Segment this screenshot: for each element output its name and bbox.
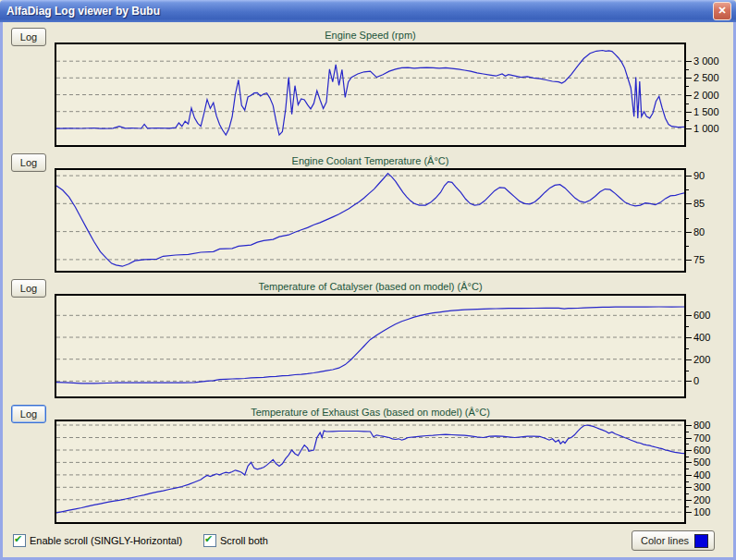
y-minor-tick (686, 493, 689, 494)
y-tick-label: 700 (693, 432, 710, 444)
y-tick-label: 85 (693, 198, 705, 209)
close-button[interactable]: ✕ (713, 2, 731, 20)
scroll-both-label: Scroll both (220, 535, 268, 546)
y-tick-mark (686, 232, 692, 233)
chart-title: Temperature of Catalyser (based on model… (55, 281, 686, 292)
y-tick-label: 400 (693, 332, 710, 343)
series-line (56, 307, 684, 383)
y-minor-tick (686, 218, 689, 219)
window-border-left (0, 22, 3, 560)
log-button-coolant-temp[interactable]: Log (11, 153, 46, 172)
chart-title: Temperature of Exhaust Gas (based on mod… (55, 407, 686, 418)
scroll-both-checkbox[interactable] (203, 534, 216, 547)
y-axis: 100200300400500600700800 (686, 420, 734, 524)
y-tick-mark (686, 475, 692, 476)
y-tick-mark (686, 176, 692, 177)
y-axis: 0200400600 (686, 294, 734, 398)
y-tick-mark (686, 95, 692, 96)
chart-panel-catalyser-temp: Log Temperature of Catalyser (based on m… (0, 278, 736, 404)
y-tick-label: 80 (693, 226, 705, 237)
chart-frame[interactable] (55, 168, 686, 273)
y-tick-label: 300 (693, 481, 710, 493)
y-tick-mark (686, 512, 692, 513)
log-button-exhaust-temp[interactable]: Log (11, 405, 46, 423)
y-tick-label: 600 (693, 310, 710, 321)
y-tick-mark (686, 359, 692, 360)
y-minor-tick (686, 506, 689, 507)
y-tick-label: 1 000 (693, 123, 719, 134)
y-axis: 1 0001 5002 0002 5003 000 (686, 43, 734, 147)
y-tick-mark (686, 315, 692, 316)
y-axis: 75808590 (686, 168, 734, 273)
y-minor-tick (686, 469, 689, 469)
y-tick-label: 0 (693, 375, 699, 386)
series-line (56, 51, 684, 136)
y-tick-mark (686, 203, 692, 204)
enable-scroll-checkbox[interactable] (13, 534, 26, 547)
log-button-engine-speed[interactable]: Log (11, 28, 46, 46)
y-tick-mark (686, 128, 692, 129)
window-title: AlfaDiag Log viewer by Bubu (0, 5, 713, 18)
close-icon: ✕ (718, 5, 726, 16)
y-tick-mark (686, 61, 692, 62)
log-button-catalyser-temp[interactable]: Log (11, 279, 46, 298)
y-minor-tick (686, 371, 689, 371)
chart-frame[interactable] (55, 43, 686, 147)
y-tick-label: 200 (693, 354, 710, 365)
chart-canvas[interactable] (56, 296, 684, 396)
y-minor-tick (686, 69, 689, 70)
enable-scroll-label: Enable scroll (SINGLY-Horizontal) (30, 535, 182, 546)
y-minor-tick (686, 326, 689, 327)
y-minor-tick (686, 432, 689, 432)
y-tick-mark (686, 260, 692, 261)
chart-panel-exhaust-temp: Log Temperature of Exhaust Gas (based on… (0, 404, 736, 530)
chart-panel-engine-speed: Log Engine Speed (rpm) 1 0001 5002 0002 … (0, 27, 736, 152)
color-lines-label: Color lines (641, 535, 689, 546)
y-minor-tick (686, 246, 689, 247)
color-swatch (694, 534, 708, 548)
y-minor-tick (686, 348, 689, 349)
chart-panel-coolant-temp: Log Engine Coolant Temperature (Â°C) 758… (0, 152, 736, 278)
color-lines-button[interactable]: Color lines (632, 530, 715, 551)
y-tick-label: 2 000 (693, 90, 719, 101)
y-tick-mark (686, 381, 692, 382)
y-tick-mark (686, 438, 692, 439)
app-window: AlfaDiag Log viewer by Bubu ✕ Log Engine… (0, 0, 736, 560)
chart-title: Engine Coolant Temperature (Â°C) (55, 155, 686, 166)
y-tick-mark (686, 78, 692, 79)
y-tick-label: 100 (693, 506, 710, 517)
y-tick-mark (686, 500, 692, 501)
title-bar: AlfaDiag Log viewer by Bubu ✕ (0, 0, 736, 22)
y-minor-tick (686, 86, 689, 87)
y-tick-label: 75 (693, 254, 705, 265)
y-minor-tick (686, 444, 689, 444)
y-tick-mark (686, 425, 692, 426)
y-tick-label: 600 (693, 444, 710, 456)
chart-canvas[interactable] (56, 421, 684, 522)
y-tick-mark (686, 337, 692, 338)
enable-scroll-option: Enable scroll (SINGLY-Horizontal) (13, 534, 182, 547)
series-line (56, 174, 684, 267)
y-tick-mark (686, 487, 692, 488)
chart-frame[interactable] (55, 420, 686, 524)
chart-canvas[interactable] (56, 170, 684, 271)
y-minor-tick (686, 457, 689, 457)
y-tick-mark (686, 462, 692, 463)
chart-frame[interactable] (55, 294, 686, 398)
y-tick-label: 90 (693, 170, 705, 181)
y-tick-label: 400 (693, 469, 710, 481)
y-tick-label: 1 500 (693, 106, 719, 117)
y-tick-label: 800 (693, 420, 710, 431)
y-tick-label: 3 000 (693, 55, 719, 67)
y-tick-mark (686, 450, 692, 451)
y-tick-mark (686, 112, 692, 113)
y-minor-tick (686, 103, 689, 104)
chart-canvas[interactable] (56, 44, 684, 145)
y-minor-tick (686, 120, 689, 121)
y-minor-tick (686, 189, 689, 190)
y-tick-label: 200 (693, 494, 710, 505)
y-minor-tick (686, 481, 689, 482)
y-tick-label: 500 (693, 457, 710, 468)
chart-title: Engine Speed (rpm) (55, 30, 686, 41)
scroll-both-option: Scroll both (203, 534, 268, 547)
